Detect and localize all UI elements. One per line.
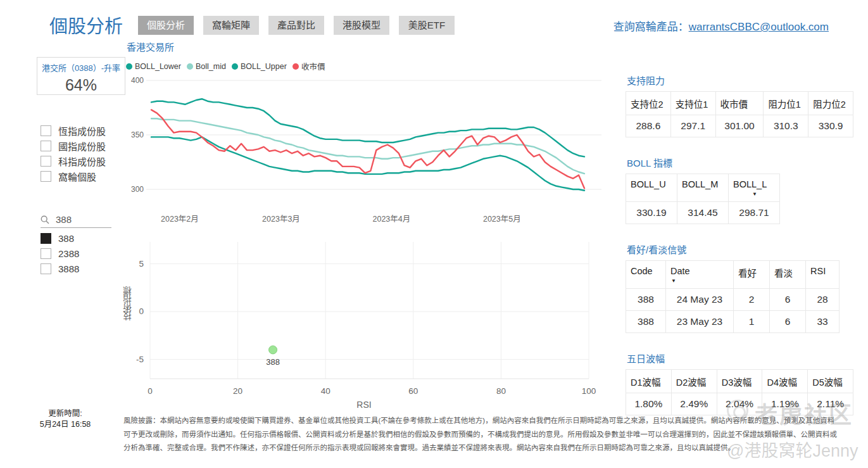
column-header-label: Date bbox=[670, 266, 730, 276]
column-header-支持位1[interactable]: 支持位1 bbox=[670, 92, 715, 115]
legend-dot bbox=[232, 63, 238, 70]
column-header-label: D5波幅 bbox=[812, 375, 850, 388]
column-header-收市價[interactable]: 收市價 bbox=[715, 92, 764, 115]
table-header-row: D1波幅D2波幅D3波幅D4波幅D5波幅 bbox=[626, 370, 853, 393]
legend-item-Boll_mid[interactable]: Boll_mid bbox=[187, 62, 226, 71]
column-header-label: D2波幅 bbox=[676, 375, 714, 388]
table-cell: 23 May 23 bbox=[666, 311, 734, 333]
code-label: 388 bbox=[58, 233, 74, 244]
scatter-point-388[interactable] bbox=[269, 346, 277, 354]
table-cell: 1.80% bbox=[626, 393, 672, 415]
panel-title: 五日波幅 bbox=[627, 351, 853, 365]
scatter-y-axis-title: 技術指標 bbox=[122, 286, 135, 320]
checkbox-unchecked[interactable] bbox=[41, 125, 51, 136]
column-header-BOLL_L[interactable]: BOLL_L▼ bbox=[729, 174, 780, 202]
legend-item-BOLL_Upper[interactable]: BOLL_Upper bbox=[232, 62, 287, 71]
table-cell: 33 bbox=[806, 311, 840, 333]
table-cell: 28 bbox=[806, 289, 840, 311]
column-header-BOLL_U[interactable]: BOLL_U bbox=[626, 174, 677, 202]
contact-label: 查詢窩輪產品： bbox=[613, 21, 689, 33]
checkbox-unchecked[interactable] bbox=[41, 263, 51, 274]
contact-email-link[interactable]: warrantsCBBC@outlook.com bbox=[689, 21, 829, 33]
table-cell: 310.3 bbox=[764, 115, 808, 137]
column-header-label: 支持位1 bbox=[676, 97, 712, 110]
svg-text:350: 350 bbox=[131, 130, 144, 139]
update-time-block: 更新時間: 5月24日 16:58 bbox=[36, 408, 94, 430]
filter-label: 國指成份股 bbox=[58, 139, 106, 153]
svg-text:0: 0 bbox=[148, 386, 153, 396]
filter-item-恆指成份股[interactable]: 恆指成份股 bbox=[41, 123, 106, 138]
svg-text:20: 20 bbox=[233, 386, 242, 396]
table-cell: 2 bbox=[734, 289, 770, 311]
code-item-2388[interactable]: 2388 bbox=[41, 246, 79, 261]
sort-descending-icon: ▼ bbox=[733, 191, 776, 197]
search-input[interactable] bbox=[54, 213, 109, 225]
table-header-row: CodeDate▼看好看淡RSI bbox=[626, 261, 840, 289]
column-header-D5波幅[interactable]: D5波幅 bbox=[808, 370, 853, 393]
table-head: D1波幅D2波幅D3波幅D4波幅D5波幅 bbox=[626, 370, 853, 393]
page-title: 個股分析 bbox=[49, 11, 123, 38]
legend-dot bbox=[187, 63, 193, 70]
column-header-label: 支持位2 bbox=[631, 97, 667, 110]
column-header-D3波幅[interactable]: D3波幅 bbox=[717, 370, 762, 393]
table-cell: 6 bbox=[770, 289, 806, 311]
kpi-value: 64% bbox=[37, 76, 125, 94]
table-row: 330.19314.45298.71 bbox=[626, 202, 780, 224]
right-panels: 支持阻力支持位2支持位1收市價阻力位1阻力位2288.6297.1301.003… bbox=[626, 73, 853, 434]
rsi-scatter-chart: 02040608010050-5388 bbox=[123, 236, 605, 399]
table-cell: 330.9 bbox=[808, 115, 853, 137]
column-header-支持位2[interactable]: 支持位2 bbox=[626, 92, 671, 115]
column-header-label: BOLL_U bbox=[631, 179, 674, 189]
code-label: 2388 bbox=[58, 248, 79, 259]
checkbox-unchecked[interactable] bbox=[41, 141, 51, 151]
checkbox-unchecked[interactable] bbox=[41, 248, 51, 259]
column-header-阻力位2[interactable]: 阻力位2 bbox=[808, 92, 853, 115]
column-header-D1波幅[interactable]: D1波幅 bbox=[626, 370, 672, 393]
table-header-row: BOLL_UBOLL_MBOLL_L▼ bbox=[626, 174, 780, 202]
column-header-BOLL_M[interactable]: BOLL_M bbox=[677, 174, 729, 202]
tab-1[interactable]: 個股分析 bbox=[138, 16, 194, 35]
tab-2[interactable]: 窩輪矩陣 bbox=[203, 16, 259, 35]
code-item-388[interactable]: 388 bbox=[41, 231, 79, 246]
filter-item-國指成份股[interactable]: 國指成份股 bbox=[41, 138, 106, 153]
table-head: CodeDate▼看好看淡RSI bbox=[626, 261, 840, 289]
index-filter-list: 恆指成份股國指成份股科指成份股窩輪個股 bbox=[41, 123, 106, 184]
column-header-label: D3波幅 bbox=[722, 375, 759, 388]
tab-3[interactable]: 產品對比 bbox=[268, 16, 324, 35]
column-header-label: 阻力位2 bbox=[813, 97, 850, 110]
column-header-RSI[interactable]: RSI bbox=[806, 261, 840, 289]
svg-text:80: 80 bbox=[496, 386, 506, 396]
column-header-看淡[interactable]: 看淡 bbox=[770, 261, 806, 289]
table-body: 330.19314.45298.71 bbox=[626, 202, 780, 224]
legend-label: BOLL_Upper bbox=[241, 62, 287, 71]
column-header-D2波幅[interactable]: D2波幅 bbox=[671, 370, 717, 393]
tab-4[interactable]: 港股模型 bbox=[334, 16, 389, 35]
kpi-card: 港交所（0388）-升率 64% bbox=[37, 57, 125, 95]
code-label: 3888 bbox=[58, 263, 79, 274]
search-icon bbox=[41, 215, 49, 224]
column-header-阻力位1[interactable]: 阻力位1 bbox=[764, 92, 808, 115]
svg-text:2023年4月: 2023年4月 bbox=[373, 215, 411, 224]
code-search[interactable] bbox=[41, 213, 111, 228]
legend-dot bbox=[292, 63, 299, 70]
filter-label: 科指成份股 bbox=[58, 155, 106, 168]
table-cell: 330.19 bbox=[626, 202, 677, 224]
panel-支持阻力: 支持阻力支持位2支持位1收市價阻力位1阻力位2288.6297.1301.003… bbox=[626, 73, 853, 137]
checkbox-unchecked[interactable] bbox=[41, 156, 51, 167]
kpi-title: 港交所（0388）-升率 bbox=[37, 61, 125, 73]
filter-item-科指成份股[interactable]: 科指成份股 bbox=[41, 153, 106, 168]
filter-item-窩輪個股[interactable]: 窩輪個股 bbox=[41, 168, 106, 184]
tab-5[interactable]: 美股ETF bbox=[399, 16, 455, 35]
filter-label: 恆指成份股 bbox=[58, 124, 106, 137]
column-header-Code[interactable]: Code bbox=[626, 261, 666, 289]
checkbox-checked[interactable] bbox=[41, 233, 51, 244]
code-item-3888[interactable]: 3888 bbox=[41, 261, 79, 276]
column-header-label: BOLL_M bbox=[682, 179, 725, 189]
column-header-Date[interactable]: Date▼ bbox=[666, 261, 734, 289]
data-table: CodeDate▼看好看淡RSI38824 May 23262838823 Ma… bbox=[626, 260, 840, 333]
column-header-看好[interactable]: 看好 bbox=[734, 261, 770, 289]
column-header-D4波幅[interactable]: D4波幅 bbox=[762, 370, 808, 393]
checkbox-unchecked[interactable] bbox=[41, 171, 51, 182]
legend-item-BOLL_Lower[interactable]: BOLL_Lower bbox=[126, 62, 181, 71]
watermark-community: 老虎社区 bbox=[755, 396, 853, 429]
